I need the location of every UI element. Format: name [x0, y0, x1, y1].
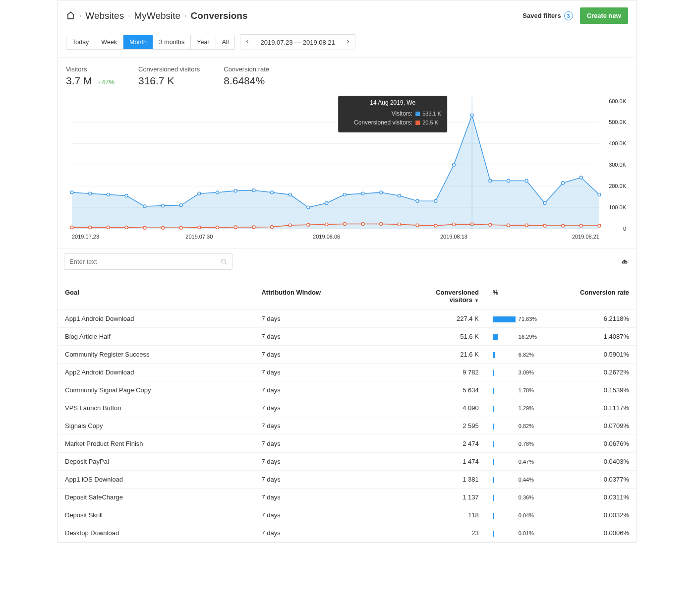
svg-point-31	[289, 193, 291, 196]
period-toolbar: TodayWeekMonth3 monthsYearAll 2019.07.23…	[58, 29, 636, 58]
svg-text:2019.08.21: 2019.08.21	[572, 234, 599, 240]
cell-window: 7 days	[254, 381, 405, 399]
download-icon[interactable]	[619, 256, 630, 267]
date-range-picker[interactable]: 2019.07.23 — 2019.08.21	[240, 34, 355, 50]
svg-point-69	[434, 224, 437, 227]
cell-percent: 0.36%	[486, 489, 555, 506]
search-icon	[220, 258, 228, 266]
period-tab-3-months[interactable]: 3 months	[153, 35, 191, 49]
table-row[interactable]: Deposit PayPal7 days1 4740.47%0.0403%	[58, 453, 636, 471]
table-row[interactable]: Community Register Success7 days21.6 K6.…	[58, 346, 636, 364]
svg-point-63	[325, 223, 328, 226]
saved-filters-link[interactable]: Saved filters 3	[522, 11, 573, 20]
cell-goal: App1 Android Download	[58, 310, 254, 328]
cell-conv-visitors: 2 474	[405, 435, 486, 453]
cell-percent: 0.78%	[486, 435, 555, 453]
cell-window: 7 days	[254, 435, 405, 453]
col-goal[interactable]: Goal	[58, 275, 254, 310]
date-range-text: 2019.07.23 — 2019.08.21	[254, 39, 341, 46]
svg-point-47	[579, 176, 582, 179]
svg-point-25	[179, 204, 182, 207]
cell-conv-rate: 0.1539%	[555, 381, 636, 399]
period-tab-week[interactable]: Week	[95, 35, 123, 49]
svg-point-30	[271, 191, 274, 194]
cell-conv-visitors: 51.6 K	[405, 328, 486, 346]
table-row[interactable]: Signals Copy7 days2 5950.82%0.0709%	[58, 417, 636, 435]
col-percent[interactable]: %	[486, 275, 555, 310]
search-input[interactable]	[64, 254, 220, 269]
cell-conv-visitors: 23	[405, 524, 486, 542]
svg-point-55	[179, 226, 182, 229]
table-row[interactable]: VPS Launch Button7 days4 0901.29%0.1117%	[58, 399, 636, 417]
svg-text:500.0K: 500.0K	[609, 119, 627, 125]
cell-window: 7 days	[254, 506, 405, 524]
svg-text:14 Aug 2019, We: 14 Aug 2019, We	[370, 99, 415, 106]
svg-text:533.1 K: 533.1 K	[422, 111, 442, 117]
table-row[interactable]: App1 iOS Download7 days1 3810.44%0.0377%	[58, 471, 636, 489]
metric-label: Visitors	[66, 65, 115, 73]
cell-conv-rate: 0.2672%	[555, 364, 636, 381]
period-tab-month[interactable]: Month	[123, 35, 153, 49]
cell-goal: Deposit Skrill	[58, 506, 254, 524]
svg-point-68	[416, 224, 419, 227]
cell-conv-rate: 0.1117%	[555, 399, 636, 417]
svg-point-46	[562, 182, 565, 185]
svg-text:200.0K: 200.0K	[609, 183, 627, 189]
table-row[interactable]: Market Product Rent Finish7 days2 4740.7…	[58, 435, 636, 453]
svg-point-65	[361, 223, 364, 226]
cell-percent: 16.29%	[486, 328, 555, 346]
home-icon[interactable]	[66, 11, 75, 20]
svg-point-77	[579, 224, 582, 227]
cell-goal: Community Signal Page Copy	[58, 381, 254, 399]
period-tab-today[interactable]: Today	[66, 35, 95, 49]
svg-text:20.5 K: 20.5 K	[422, 120, 438, 125]
svg-point-39	[434, 199, 437, 202]
svg-text:600.0K: 600.0K	[609, 98, 627, 104]
table-row[interactable]: App2 Android Download7 days9 7823.09%0.2…	[58, 364, 636, 381]
chevron-right-icon: ›	[128, 12, 130, 19]
table-row[interactable]: Community Signal Page Copy7 days5 6341.7…	[58, 381, 636, 399]
svg-point-48	[598, 193, 601, 196]
svg-rect-83	[415, 112, 420, 116]
table-row[interactable]: Desktop Download7 days230.01%0.0006%	[58, 524, 636, 542]
svg-point-76	[562, 224, 565, 227]
period-segmented-control: TodayWeekMonth3 monthsYearAll	[66, 35, 235, 50]
svg-point-74	[525, 224, 528, 227]
col-window[interactable]: Attribution Window	[254, 275, 405, 310]
cell-conv-visitors: 4 090	[405, 399, 486, 417]
cell-conv-rate: 0.0377%	[555, 471, 636, 489]
svg-point-43	[507, 179, 510, 182]
svg-rect-86	[415, 121, 420, 125]
metric-conversion-rate: Conversion rate 8.6484%	[224, 65, 269, 87]
table-row[interactable]: Blog Article Half7 days51.6 K16.29%1.408…	[58, 328, 636, 346]
table-row[interactable]: Deposit SafeCharge7 days1 1370.36%0.0311…	[58, 489, 636, 506]
create-new-button[interactable]: Create new	[580, 7, 628, 24]
cell-conv-visitors: 9 782	[405, 364, 486, 381]
col-conversioned-visitors[interactable]: Conversioned visitors▼	[405, 275, 486, 310]
col-conversion-rate[interactable]: Conversion rate	[555, 275, 636, 310]
svg-point-32	[307, 206, 310, 209]
breadcrumb-link-mywebsite[interactable]: MyWebsite	[134, 10, 180, 21]
cell-goal: Market Product Rent Finish	[58, 435, 254, 453]
cell-goal: Deposit SafeCharge	[58, 489, 254, 506]
cell-percent: 0.47%	[486, 453, 555, 471]
chart-tooltip: 14 Aug 2019, WeVisitors:533.1 KConversio…	[338, 96, 447, 132]
period-tab-year[interactable]: Year	[191, 35, 216, 49]
svg-point-52	[125, 226, 128, 229]
breadcrumb-link-websites[interactable]: Websites	[85, 10, 124, 21]
svg-text:2019.07.30: 2019.07.30	[185, 234, 213, 240]
period-tab-all[interactable]: All	[216, 35, 235, 49]
svg-text:2019.07.23: 2019.07.23	[72, 234, 99, 240]
svg-point-33	[325, 202, 328, 205]
svg-point-37	[398, 194, 401, 197]
table-row[interactable]: Deposit Skrill7 days1180.04%0.0032%	[58, 506, 636, 524]
date-next-button[interactable]	[341, 35, 355, 50]
search-box[interactable]	[64, 253, 232, 270]
saved-filters-count-badge: 3	[564, 11, 573, 20]
svg-point-51	[107, 226, 110, 229]
svg-text:2019.08.06: 2019.08.06	[313, 234, 340, 240]
date-prev-button[interactable]	[240, 35, 254, 50]
cell-window: 7 days	[254, 524, 405, 542]
cell-percent: 0.04%	[486, 506, 555, 524]
table-row[interactable]: App1 Android Download7 days227.4 K71.83%…	[58, 310, 636, 328]
